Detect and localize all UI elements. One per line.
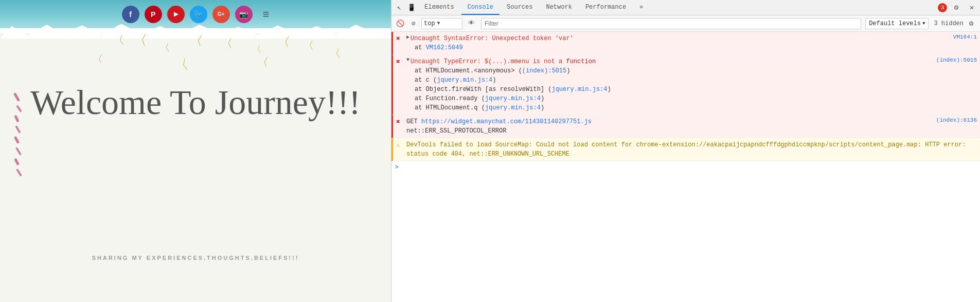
context-dropdown-icon: ▼ — [437, 21, 440, 26]
devtools-panel: ↖ 📱 Elements Console Sources Network Per… — [391, 0, 980, 302]
tab-elements[interactable]: Elements — [418, 1, 460, 15]
pink-stroke-8 — [16, 168, 22, 177]
network-error-content: GET https://widget.manychat.com/11430114… — [406, 117, 932, 136]
error-icon-1: ✖ — [396, 34, 404, 43]
stack-line-3: at Object.fireWith [as resolveWith] (jqu… — [415, 85, 932, 94]
stack-line-5: at HTMLDocument.q (jquery.min.js:4) — [415, 103, 932, 112]
stack-line-1: at HTMLDocument.<anonymous> ((index):501… — [415, 66, 932, 76]
context-value: top — [424, 20, 435, 27]
top-navigation-bar: f P ▶ 🐦 G+ 📷 ≡ — [0, 0, 391, 28]
context-selector[interactable]: top ▼ — [421, 18, 462, 29]
console-prompt: > — [391, 161, 980, 173]
warning-content: DevTools failed to load SourceMap: Could… — [406, 140, 977, 159]
gold-chevron-8: 〈 — [304, 39, 314, 52]
jquery-link-1[interactable]: jquery.min.js:4 — [437, 77, 492, 84]
log-levels-button[interactable]: Default levels ▼ — [865, 18, 929, 29]
error-count-badge: 3 — [938, 3, 947, 12]
facebook-icon[interactable]: f — [122, 6, 139, 23]
device-icon[interactable]: 📱 — [406, 2, 417, 13]
instagram-icon[interactable]: 📷 — [235, 6, 253, 23]
network-error-subtext: net::ERR_SSL_PROTOCOL_ERROR — [406, 126, 932, 136]
type-error-content: Uncaught TypeError: $(...).mmenu is not … — [411, 57, 932, 112]
gold-chevron-3: 〈 — [159, 41, 170, 55]
tab-console[interactable]: Console — [461, 1, 500, 15]
console-messages-list: ✖ ▶ Uncaught SyntaxError: Unexpected tok… — [391, 32, 980, 302]
clear-console-icon[interactable]: 🚫 — [395, 18, 406, 29]
twitter-icon[interactable]: 🐦 — [190, 6, 207, 23]
tab-performance[interactable]: Performance — [579, 1, 632, 15]
tab-more[interactable]: » — [633, 1, 649, 15]
jquery-link-2[interactable]: jquery.min.js:4 — [551, 86, 607, 93]
gold-chevron-5: 〈 — [221, 36, 233, 51]
close-devtools-icon[interactable]: ✕ — [966, 2, 978, 14]
devtools-tabs-bar: ↖ 📱 Elements Console Sources Network Per… — [391, 0, 980, 15]
pink-stroke-4 — [15, 125, 21, 134]
levels-chevron-icon: ▼ — [922, 21, 925, 26]
hidden-messages-count: 3 hidden — [934, 20, 964, 27]
prompt-chevron-icon: > — [395, 163, 399, 171]
vm162-link[interactable]: VM162:5049 — [426, 44, 463, 51]
inspector-icon[interactable]: ↖ — [394, 2, 405, 13]
filter-input[interactable] — [485, 20, 858, 27]
warning-text: DevTools failed to load SourceMap: Could… — [406, 141, 966, 158]
welcome-heading: Welcome To Journey!!! — [30, 82, 361, 123]
block-icon[interactable]: ⊘ — [408, 18, 419, 29]
error-icon-2: ✖ — [396, 58, 404, 66]
pink-stroke-6 — [15, 147, 22, 156]
tab-network[interactable]: Network — [540, 1, 578, 15]
youtube-icon[interactable]: ▶ — [167, 6, 185, 23]
manychat-url-link[interactable]: https://widget.manychat.com/114301140297… — [421, 118, 592, 125]
syntax-error-stack: at VM162:5049 — [415, 43, 949, 52]
syntax-error-source-link[interactable]: VM164:1 — [949, 34, 977, 40]
stack-line-4: at Function.ready (jquery.min.js:4) — [415, 94, 932, 103]
blog-tagline: SHARING MY EXPERIENCES,THOUGHTS,BELIEFS!… — [92, 255, 299, 261]
pink-stroke-2 — [16, 105, 22, 112]
pink-stroke-7 — [14, 158, 20, 166]
syntax-error-content: Uncaught SyntaxError: Unexpected token '… — [411, 34, 949, 52]
gold-chevron-1: 〈 — [112, 32, 126, 49]
hamburger-menu-icon[interactable]: ≡ — [263, 8, 270, 21]
gold-chevron-7: 〈 — [277, 33, 291, 50]
type-error-source-link[interactable]: (index):5015 — [932, 57, 977, 63]
jquery-link-4[interactable]: jquery.min.js:4 — [485, 104, 541, 111]
gold-chevron-12: 〈 — [256, 53, 269, 70]
network-error-label: GET — [406, 118, 421, 125]
console-settings-icon[interactable]: ⚙ — [966, 18, 977, 29]
pink-stroke-1 — [13, 92, 20, 102]
google-plus-icon[interactable]: G+ — [212, 6, 230, 23]
gold-chevron-2: 〈 — [133, 30, 148, 49]
decorative-top-area: 〈 〈 〈 〈 〈 〈 〈 〈 〈 〈 〈 〈 — [0, 28, 391, 90]
warning-icon: ⚠ — [396, 141, 404, 149]
eye-icon[interactable]: 👁 — [466, 18, 477, 29]
tab-sources[interactable]: Sources — [501, 1, 539, 15]
console-entry-type-error: ✖ ▼ Uncaught TypeError: $(...).mmenu is … — [391, 55, 980, 115]
network-error-source-link[interactable]: (index):6136 — [932, 117, 977, 123]
gold-chevron-10: 〈 — [92, 50, 104, 66]
jquery-link-3[interactable]: jquery.min.js:4 — [485, 95, 541, 102]
pinterest-icon[interactable]: P — [145, 6, 162, 23]
syntax-error-text: Uncaught SyntaxError: Unexpected token '… — [411, 35, 574, 42]
type-error-text: Uncaught TypeError: $(...).mmenu is not … — [411, 58, 596, 65]
console-entry-syntax-error: ✖ ▶ Uncaught SyntaxError: Unexpected tok… — [391, 32, 980, 55]
settings-gear-icon[interactable]: ⚙ — [950, 2, 963, 14]
filter-input-wrap[interactable] — [481, 18, 861, 29]
expand-arrow-2[interactable]: ▼ — [406, 57, 409, 63]
gold-chevron-9: 〈 — [329, 46, 342, 62]
sourcemap-url-link[interactable]: chrome-extension://eakacpaijcpapndcfffdg… — [636, 141, 917, 148]
gold-chevron-4: 〈 — [189, 31, 204, 49]
gold-chevron-11: 〈 — [173, 55, 190, 76]
blog-preview: f P ▶ 🐦 G+ 📷 ≡ 〈 〈 〈 〈 〈 〈 〈 〈 〈 〈 〈 〈 W… — [0, 0, 391, 302]
index-5015-link-1[interactable]: (index):5015 — [522, 67, 566, 74]
pink-stroke-3 — [14, 115, 19, 123]
expand-arrow-1[interactable]: ▶ — [406, 34, 409, 40]
pink-strokes-area — [15, 92, 20, 177]
log-levels-label: Default levels — [869, 20, 921, 27]
console-entry-warning: ⚠ DevTools failed to load SourceMap: Cou… — [391, 138, 980, 161]
pink-stroke-5 — [14, 136, 20, 144]
stack-line-2: at c (jquery.min.js:4) — [415, 76, 932, 85]
error-icon-3: ✖ — [396, 118, 404, 126]
console-toolbar: 🚫 ⊘ top ▼ 👁 Default levels ▼ 3 hidden ⚙ — [391, 15, 980, 32]
console-entry-network-error: ✖ GET https://widget.manychat.com/114301… — [391, 115, 980, 138]
